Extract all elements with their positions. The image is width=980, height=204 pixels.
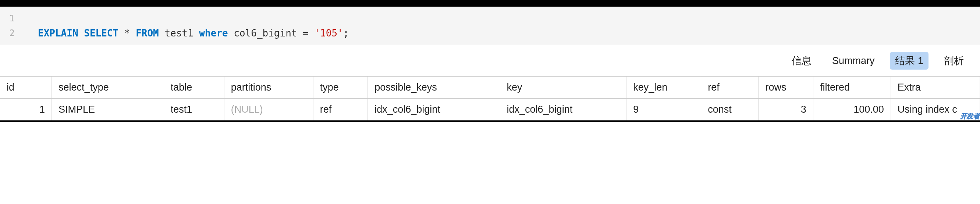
tab-profile[interactable]: 剖析: [939, 52, 969, 70]
col-header-id[interactable]: id: [0, 76, 52, 99]
watermark: 开发者: [960, 112, 980, 120]
cell-rows: 3: [759, 99, 813, 121]
result-table: id select_type table partitions type pos…: [0, 76, 980, 120]
cell-select_type: SIMPLE: [52, 99, 164, 121]
result-table-wrap: id select_type table partitions type pos…: [0, 76, 980, 122]
col-header-select_type[interactable]: select_type: [52, 76, 164, 99]
table-header-row: id select_type table partitions type pos…: [0, 76, 980, 99]
col-header-possible_keys[interactable]: possible_keys: [368, 76, 500, 99]
tab-info[interactable]: 信息: [786, 52, 817, 70]
gutter-line-number: 1: [0, 11, 24, 26]
cell-id: 1: [0, 99, 52, 121]
col-header-key_len[interactable]: key_len: [627, 76, 701, 99]
gutter-line-number: 2: [0, 26, 24, 40]
col-header-key[interactable]: key: [500, 76, 627, 99]
cell-partitions: (NULL): [224, 99, 313, 121]
editor-code: EXPLAIN SELECT * FROM test1 where col6_b…: [24, 26, 349, 40]
col-header-table[interactable]: table: [164, 76, 224, 99]
col-header-filtered[interactable]: filtered: [813, 76, 891, 99]
result-tabs: 信息 Summary 结果 1 剖析: [0, 45, 980, 76]
window-top-bar: [0, 0, 980, 6]
sql-editor[interactable]: 1 2 EXPLAIN SELECT * FROM test1 where co…: [0, 6, 980, 45]
col-header-rows[interactable]: rows: [759, 76, 813, 99]
col-header-type[interactable]: type: [313, 76, 368, 99]
col-header-Extra[interactable]: Extra: [891, 76, 980, 99]
cell-table: test1: [164, 99, 224, 121]
cell-filtered: 100.00: [813, 99, 891, 121]
tab-summary[interactable]: Summary: [827, 53, 880, 69]
cell-key_len: 9: [627, 99, 701, 121]
cell-key: idx_col6_bigint: [500, 99, 627, 121]
tab-result-1[interactable]: 结果 1: [890, 52, 929, 70]
editor-line-1: 1: [0, 11, 980, 26]
table-row[interactable]: 1 SIMPLE test1 (NULL) ref idx_col6_bigin…: [0, 99, 980, 121]
cell-possible_keys: idx_col6_bigint: [368, 99, 500, 121]
cell-ref: const: [701, 99, 759, 121]
col-header-ref[interactable]: ref: [701, 76, 759, 99]
cell-type: ref: [313, 99, 368, 121]
editor-line-2: 2 EXPLAIN SELECT * FROM test1 where col6…: [0, 26, 980, 40]
col-header-partitions[interactable]: partitions: [224, 76, 313, 99]
